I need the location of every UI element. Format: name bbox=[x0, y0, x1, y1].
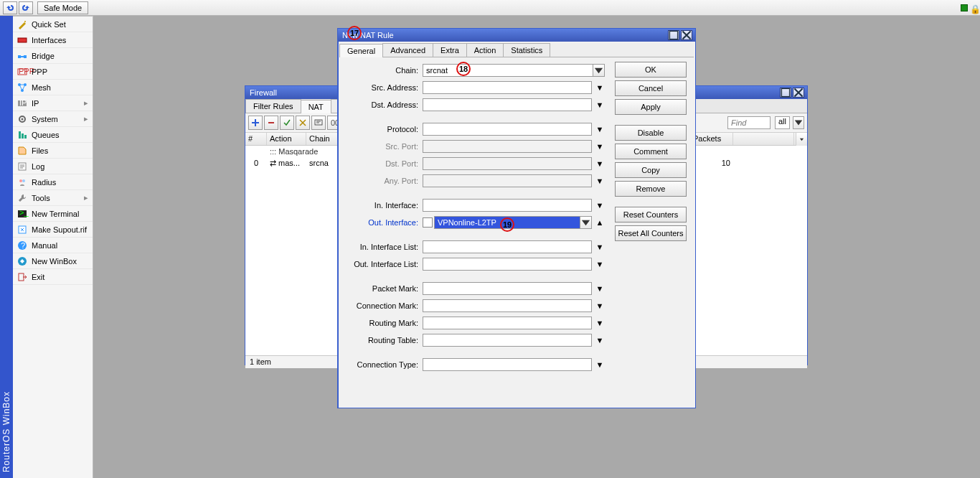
svg-text:IP: IP bbox=[19, 98, 27, 107]
tab-action[interactable]: Action bbox=[466, 43, 504, 57]
sidebar-item-radius[interactable]: Radius bbox=[13, 174, 93, 190]
out-interface-invert-check[interactable] bbox=[423, 217, 433, 228]
src-address-input[interactable] bbox=[423, 81, 592, 94]
remove-button[interactable]: Remove bbox=[615, 181, 687, 197]
nat-close-button[interactable] bbox=[681, 30, 692, 40]
out-interface-input[interactable] bbox=[434, 216, 580, 229]
col-packets[interactable]: Packets bbox=[690, 133, 733, 145]
expand-icon[interactable]: ▼ bbox=[595, 318, 605, 328]
routing-mark-input[interactable] bbox=[423, 317, 592, 329]
filter-dropdown-button[interactable] bbox=[793, 116, 804, 129]
tab-advanced[interactable]: Advanced bbox=[382, 43, 433, 57]
field-protocol: Protocol:▼ bbox=[344, 121, 605, 138]
svg-rect-25 bbox=[19, 273, 24, 281]
dst-address-input[interactable] bbox=[423, 98, 592, 111]
safe-mode-button[interactable]: Safe Mode bbox=[37, 1, 88, 14]
svg-rect-3 bbox=[24, 55, 27, 58]
svg-rect-13 bbox=[19, 131, 21, 139]
sidebar-item-bridge[interactable]: Bridge bbox=[13, 48, 93, 64]
disable-button[interactable] bbox=[296, 116, 310, 130]
comment-button[interactable] bbox=[311, 116, 326, 130]
enable-button[interactable] bbox=[280, 116, 294, 130]
wrench-icon bbox=[17, 193, 27, 203]
ok-button[interactable]: OK bbox=[615, 62, 687, 78]
expand-icon[interactable]: ▼ bbox=[595, 335, 605, 345]
routing-table-input[interactable] bbox=[423, 334, 592, 347]
tab-extra[interactable]: Extra bbox=[433, 43, 467, 57]
nat-detach-button[interactable] bbox=[668, 30, 679, 40]
reset-all-counters-button[interactable]: Reset All Counters bbox=[615, 225, 687, 241]
out-interface-dropdown[interactable] bbox=[580, 216, 592, 229]
expand-icon[interactable]: ▼ bbox=[595, 242, 605, 252]
sidebar-item-interfaces[interactable]: Interfaces bbox=[13, 32, 93, 48]
sidebar-item-quick-set[interactable]: Quick Set bbox=[13, 17, 93, 32]
protocol-input[interactable] bbox=[423, 123, 592, 136]
sidebar-item-ppp[interactable]: PPPPPP bbox=[13, 64, 93, 80]
expand-icon[interactable]: ▼ bbox=[595, 301, 605, 311]
packet-mark-input[interactable] bbox=[423, 282, 592, 295]
tab-general[interactable]: General bbox=[339, 44, 383, 57]
sidebar-item-ip[interactable]: IPIP▸ bbox=[13, 95, 93, 111]
sidebar-item-new-terminal[interactable]: >_New Terminal bbox=[13, 206, 93, 222]
sidebar-item-new-winbox[interactable]: New WinBox bbox=[13, 253, 93, 269]
sidebar-item-label: Manual bbox=[32, 241, 57, 250]
connection-mark-input[interactable] bbox=[423, 299, 592, 312]
nat-tabs: General Advanced Extra Action Statistics bbox=[339, 43, 694, 57]
chain-input[interactable] bbox=[423, 64, 593, 77]
comment-button[interactable]: Comment bbox=[615, 144, 687, 159]
sidebar-item-queues[interactable]: Queues bbox=[13, 127, 93, 143]
sidebar-item-system[interactable]: System▸ bbox=[13, 111, 93, 127]
connection-type-input[interactable] bbox=[423, 358, 592, 371]
disable-button[interactable]: Disable bbox=[615, 125, 687, 141]
supout-icon bbox=[17, 225, 27, 235]
firewall-close-button[interactable] bbox=[793, 88, 804, 98]
apply-button[interactable]: Apply bbox=[615, 99, 687, 115]
app-stripe: RouterOS WinBox bbox=[0, 16, 13, 478]
status-led-icon bbox=[961, 4, 968, 11]
add-button[interactable] bbox=[248, 116, 263, 130]
expand-icon[interactable]: ▼ bbox=[595, 124, 605, 134]
sidebar-item-files[interactable]: Files bbox=[13, 143, 93, 159]
remove-button[interactable] bbox=[264, 116, 278, 130]
workspace: Firewall Filter Rules NAT Mangle 00 all … bbox=[93, 16, 980, 478]
field-src-address: Src. Address:▼ bbox=[344, 79, 605, 96]
copy-button[interactable]: Copy bbox=[615, 162, 687, 178]
chain-dropdown[interactable] bbox=[593, 64, 605, 77]
expand-icon[interactable]: ▼ bbox=[595, 83, 605, 93]
expand-icon[interactable]: ▼ bbox=[595, 259, 605, 269]
sidebar-item-tools[interactable]: Tools▸ bbox=[13, 190, 93, 206]
undo-button[interactable] bbox=[3, 1, 17, 14]
sidebar-item-log[interactable]: Log bbox=[13, 159, 93, 174]
field-src-port: Src. Port:▼ bbox=[344, 138, 605, 155]
expand-icon[interactable]: ▼ bbox=[595, 360, 605, 370]
in-interface-input[interactable] bbox=[423, 199, 592, 212]
svg-point-12 bbox=[22, 118, 24, 120]
sidebar-item-mesh[interactable]: Mesh bbox=[13, 80, 93, 95]
tab-filter-rules[interactable]: Filter Rules bbox=[245, 99, 301, 113]
expand-icon[interactable]: ▼ bbox=[595, 283, 605, 294]
sidebar-item-manual[interactable]: ?Manual bbox=[13, 238, 93, 253]
nat-rule-titlebar[interactable]: New NAT Rule bbox=[338, 29, 695, 42]
redo-button[interactable] bbox=[19, 1, 33, 14]
svg-rect-26 bbox=[781, 88, 789, 96]
in-interface-list-input[interactable] bbox=[423, 240, 592, 253]
cancel-button[interactable]: Cancel bbox=[615, 80, 687, 96]
queues-icon bbox=[17, 130, 27, 140]
svg-rect-15 bbox=[24, 135, 27, 139]
expand-icon[interactable]: ▼ bbox=[595, 200, 605, 210]
sidebar-item-exit[interactable]: Exit bbox=[13, 269, 93, 285]
out-interface-list-input[interactable] bbox=[423, 258, 592, 271]
firewall-detach-button[interactable] bbox=[780, 88, 791, 98]
tab-nat[interactable]: NAT bbox=[301, 100, 331, 113]
tab-statistics[interactable]: Statistics bbox=[503, 43, 550, 57]
expand-icon[interactable]: ▼ bbox=[595, 100, 605, 110]
col-num[interactable]: # bbox=[245, 133, 267, 145]
find-input[interactable] bbox=[727, 116, 771, 129]
col-menu-button[interactable] bbox=[796, 133, 807, 146]
col-action[interactable]: Action bbox=[267, 133, 306, 145]
reset-counters-button[interactable]: Reset Counters bbox=[615, 207, 687, 222]
sidebar-item-make-supout-rif[interactable]: Make Supout.rif bbox=[13, 222, 93, 238]
filter-select[interactable]: all bbox=[775, 116, 790, 129]
collapse-icon[interactable]: ▲ bbox=[595, 217, 605, 228]
wand-icon bbox=[17, 19, 27, 29]
